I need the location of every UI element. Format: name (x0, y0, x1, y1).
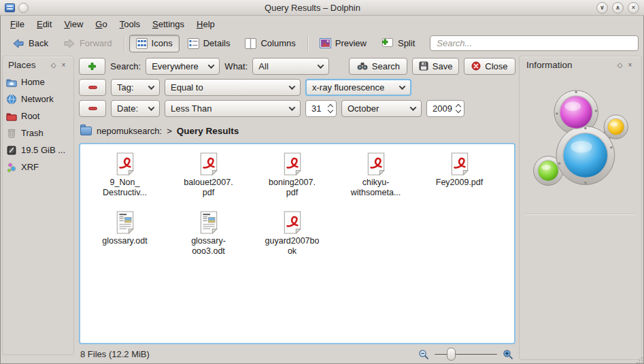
file-item[interactable]: Fey2009.pdf (418, 150, 501, 208)
nepomuk-tag-icon (6, 162, 17, 173)
file-name: glossary.odt (102, 236, 147, 246)
dolphin-window: { "window": { "title": "Query Results – … (0, 0, 644, 364)
file-item[interactable]: glossary.odt (83, 208, 167, 267)
breadcrumb-location[interactable]: Query Results (177, 126, 239, 136)
menu-settings[interactable]: Settings (146, 17, 190, 31)
chevron-down-icon (289, 104, 296, 111)
preview-toggle-button[interactable]: Preview (313, 35, 373, 52)
remove-criterion-button[interactable] (79, 79, 106, 96)
titlebar[interactable]: Query Results – Dolphin ∨ ∧ × (0, 0, 644, 16)
folder-icon[interactable] (80, 127, 92, 135)
what-select[interactable]: All (252, 58, 329, 75)
window-resize-grip[interactable] (637, 357, 643, 363)
places-panel-header: Places ◇ × (5, 58, 71, 73)
network-globe-icon (6, 94, 17, 105)
file-name: 9_Non_ Destructiv... (103, 178, 147, 199)
tag-value-select[interactable]: x-ray fluorescence (305, 79, 411, 96)
zoom-slider-track[interactable] (435, 354, 497, 355)
spinner-arrows-icon[interactable] (456, 105, 460, 112)
close-search-button[interactable]: Close (464, 58, 515, 75)
chevron-down-icon (148, 83, 155, 90)
window-title: Query Results – Dolphin (32, 3, 593, 13)
zoom-in-icon[interactable] (503, 349, 513, 360)
menu-file[interactable]: File (4, 17, 31, 31)
split-view-button[interactable]: Split (375, 35, 422, 52)
tag-operator-select[interactable]: Equal to (165, 79, 301, 96)
plus-icon (88, 62, 97, 71)
search-scope-select[interactable]: Everywhere (146, 58, 220, 75)
chevron-down-icon (399, 83, 406, 90)
tag-field-select[interactable]: Tag: (111, 79, 160, 96)
sidebar-item-disk[interactable]: 19.5 GiB ... (5, 142, 71, 159)
zoom-slider[interactable] (435, 348, 497, 361)
breadcrumb-protocol[interactable]: nepomuksearch: (97, 126, 162, 136)
day-spinner[interactable]: 31 (305, 100, 337, 117)
close-panel-icon[interactable]: × (58, 60, 69, 70)
chevron-down-icon (289, 83, 296, 90)
search-button[interactable]: Search (349, 58, 407, 75)
year-spinner[interactable]: 2009 (426, 100, 464, 117)
zoom-slider-handle[interactable] (447, 348, 456, 361)
menu-go[interactable]: Go (89, 17, 113, 31)
zoom-control (418, 348, 513, 361)
file-item[interactable]: glossary- ooo3.odt (167, 208, 250, 267)
details-view-button[interactable]: Details (181, 35, 237, 52)
search-input[interactable] (430, 35, 639, 51)
search-scope-label: Search: (110, 61, 141, 71)
place-label: 19.5 GiB ... (21, 145, 65, 155)
breadcrumb-separator-icon: > (167, 126, 172, 136)
information-divider (526, 214, 635, 215)
zoom-out-icon[interactable] (418, 349, 429, 360)
place-label: XRF (21, 162, 39, 172)
add-criterion-button[interactable] (79, 58, 105, 75)
sidebar-item-xrf-tag[interactable]: XRF (5, 159, 71, 176)
float-panel-icon[interactable]: ◇ (48, 60, 58, 70)
chevron-down-icon (148, 104, 155, 111)
date-field-select[interactable]: Date: (111, 100, 160, 117)
maximize-button[interactable]: ∧ (612, 2, 624, 14)
sidebar-item-root[interactable]: Root (5, 107, 71, 125)
columns-view-button[interactable]: Columns (238, 35, 302, 52)
sidebar-item-network[interactable]: Network (5, 90, 71, 107)
pdf-file-icon (116, 152, 135, 176)
sidebar-item-trash[interactable]: Trash (5, 125, 71, 142)
file-item[interactable]: 9_Non_ Destructiv... (83, 150, 167, 208)
date-operator-select[interactable]: Less Than (165, 100, 301, 117)
pin-window-button[interactable] (18, 3, 29, 13)
file-item[interactable]: balouet2007. pdf (167, 150, 250, 208)
back-button[interactable]: Back (5, 35, 55, 52)
odt-file-icon (199, 211, 218, 234)
spinner-arrows-icon[interactable] (328, 105, 333, 112)
month-select[interactable]: October (341, 100, 422, 117)
remove-criterion-button[interactable] (79, 100, 106, 117)
trash-icon (6, 128, 17, 139)
back-arrow-icon (12, 38, 24, 49)
main-toolbar: Back Forward Icons Details Columns (0, 32, 644, 54)
minimize-button[interactable]: ∨ (596, 2, 608, 14)
menu-help[interactable]: Help (190, 17, 221, 31)
file-view[interactable]: 9_Non_ Destructiv... balouet2007. pdf (79, 143, 515, 344)
forward-button[interactable]: Forward (56, 35, 119, 52)
menu-edit[interactable]: Edit (31, 17, 58, 31)
toolbar-separator (124, 36, 124, 51)
close-panel-icon[interactable]: × (625, 60, 635, 70)
file-name: balouet2007. pdf (184, 178, 233, 199)
pdf-file-icon (367, 152, 386, 176)
pdf-file-icon (199, 152, 218, 176)
chevron-down-icon (410, 104, 417, 111)
odt-file-icon (116, 211, 135, 234)
file-item[interactable]: guyard2007bo ok (250, 208, 334, 267)
close-button[interactable]: × (628, 2, 639, 14)
menu-view[interactable]: View (58, 17, 89, 31)
place-label: Network (21, 94, 54, 104)
menu-tools[interactable]: Tools (114, 17, 146, 31)
save-button[interactable]: Save (412, 58, 458, 75)
pdf-file-icon (450, 152, 469, 176)
icons-view-button[interactable]: Icons (129, 35, 180, 52)
place-label: Root (21, 111, 39, 121)
float-panel-icon[interactable]: ◇ (615, 60, 625, 70)
file-item[interactable]: boning2007. pdf (250, 150, 334, 208)
sidebar-item-home[interactable]: Home (5, 73, 71, 90)
file-item[interactable]: chikyu- withsometa... (334, 150, 418, 208)
tag-criterion-row: Tag: Equal to x-ray fluorescence (79, 78, 515, 96)
